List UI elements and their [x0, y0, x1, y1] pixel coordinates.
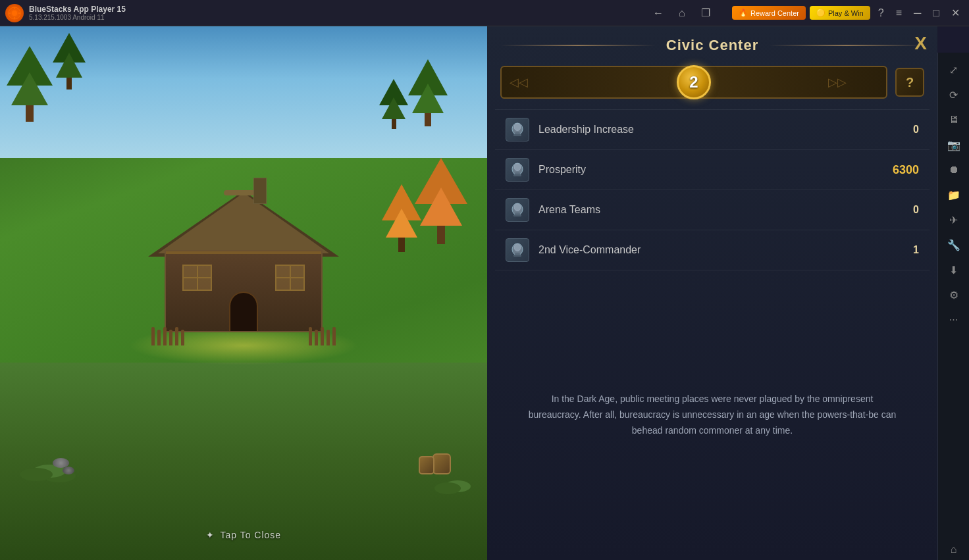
game-panel: Civic Center X ◁◁ 2 ▷▷ ? [487, 26, 937, 560]
sidebar-expand-icon[interactable]: ⤢ [942, 58, 966, 82]
tap-arrows-icon: ✦ [206, 530, 215, 540]
title-line-left [500, 45, 656, 46]
sidebar-home-icon[interactable]: ⌂ [942, 538, 966, 560]
tree-3 [408, 59, 448, 126]
window-left [182, 265, 212, 291]
svg-point-19 [514, 244, 521, 251]
description-area: In the Dark Age, public meeting places w… [487, 270, 937, 560]
sidebar-tools-icon[interactable]: 🔧 [942, 233, 966, 257]
leadership-label: Leadership Increase [538, 124, 893, 136]
panel-close-button[interactable]: X [914, 34, 927, 53]
building [145, 174, 342, 359]
sidebar-download-icon[interactable]: ⬇ [942, 258, 966, 282]
fence-right [309, 327, 336, 345]
barrel-2 [419, 456, 434, 474]
sidebar-camera-icon[interactable]: 📷 [942, 133, 966, 157]
vice-label: 2nd Vice-Commander [538, 244, 893, 256]
svg-rect-17 [513, 215, 521, 216]
chimney [253, 178, 267, 204]
panel-title: Civic Center [666, 37, 758, 54]
tap-to-close[interactable]: ✦ Tap To Close [206, 530, 281, 540]
title-bar: BlueStacks App Player 15 5.13.215.1003 A… [0, 0, 969, 26]
arena-label: Arena Teams [538, 204, 893, 216]
tree-4 [379, 79, 408, 129]
sidebar-flight-icon[interactable]: ✈ [942, 208, 966, 232]
level-arrow-right: ▷▷ [828, 75, 847, 89]
tree-group-left [7, 46, 53, 122]
level-badge: 2 [677, 65, 711, 99]
arena-icon [506, 198, 529, 222]
sidebar-rotate-icon[interactable]: ⟳ [942, 83, 966, 107]
vice-value: 1 [893, 244, 919, 256]
stat-row-prosperity: Prosperity 6300 [495, 150, 930, 190]
arena-value: 0 [893, 204, 919, 216]
window-buttons: 🔥 Reward Center 🟡 Play & Win ? ≡ ─ □ ✕ [732, 5, 964, 20]
help-button[interactable]: ? [895, 68, 924, 97]
stone-2 [63, 467, 74, 474]
svg-rect-9 [513, 134, 521, 136]
app-name: BlueStacks App Player 15 [29, 5, 645, 14]
back-button[interactable]: ← [650, 5, 666, 21]
door [229, 292, 258, 331]
reward-center-button[interactable]: 🔥 Reward Center [732, 6, 806, 20]
right-area: Civic Center X ◁◁ 2 ▷▷ ? [487, 26, 969, 560]
play-win-button[interactable]: 🟡 Play & Win [810, 6, 870, 20]
vice-icon [506, 238, 529, 262]
house-beam [166, 251, 321, 254]
maximize-button[interactable]: □ [929, 6, 943, 20]
svg-rect-21 [513, 255, 521, 257]
reward-fire-icon: 🔥 [739, 9, 748, 17]
sidebar-settings-icon[interactable]: ⚙ [942, 283, 966, 307]
app-info: BlueStacks App Player 15 5.13.215.1003 A… [29, 5, 645, 21]
level-area: ◁◁ 2 ▷▷ ? [487, 61, 937, 109]
bush-right [434, 482, 461, 494]
autumn-tree-2 [382, 184, 421, 252]
level-arrow-left: ◁◁ [510, 75, 528, 89]
panel-header: Civic Center X [487, 26, 937, 61]
app-logo [5, 4, 24, 22]
help-button[interactable]: ? [874, 6, 888, 20]
sidebar-record-icon[interactable]: ⏺ [942, 158, 966, 182]
bush-left [20, 468, 53, 481]
window-right [275, 265, 305, 291]
close-window-button[interactable]: ✕ [947, 5, 964, 20]
play-win-coin-icon: 🟡 [816, 9, 825, 17]
game-view[interactable]: ✦ Tap To Close [0, 26, 487, 560]
app-version: 5.13.215.1003 Android 11 [29, 14, 645, 21]
stat-row-leadership: Leadership Increase 0 [495, 109, 930, 150]
prosperity-label: Prosperity [538, 164, 893, 176]
svg-point-11 [514, 164, 521, 171]
barrel-1 [432, 453, 451, 474]
svg-point-1 [12, 11, 17, 16]
nav-buttons: ← ⌂ ❐ [650, 5, 714, 21]
level-track: ◁◁ 2 ▷▷ [500, 66, 887, 99]
svg-rect-13 [513, 174, 521, 176]
copy-button[interactable]: ❐ [698, 5, 714, 21]
prosperity-icon [506, 158, 529, 182]
stats-container: Leadership Increase 0 Prosperity 6 [487, 109, 937, 270]
description-text: In the Dark Age, public meeting places w… [528, 392, 897, 438]
tree-2 [53, 33, 86, 89]
fence [151, 327, 184, 345]
main-content: ✦ Tap To Close Civic Center X ◁◁ 2 [0, 26, 969, 560]
svg-point-15 [514, 204, 521, 211]
sidebar-folder-icon[interactable]: 📁 [942, 183, 966, 207]
prosperity-value: 6300 [893, 163, 919, 177]
autumn-tree [415, 158, 467, 244]
sidebar-more-icon[interactable]: ··· [942, 308, 966, 332]
roof-front [158, 193, 329, 253]
leadership-icon [506, 118, 529, 141]
house-body [165, 250, 323, 332]
sidebar-display-icon[interactable]: 🖥 [942, 108, 966, 132]
title-line-right [769, 45, 924, 46]
home-button[interactable]: ⌂ [674, 5, 690, 21]
right-sidebar: ⤢ ⟳ 🖥 📷 ⏺ 📁 ✈ 🔧 ⬇ ⚙ ··· ⌂ 🔊 [937, 53, 969, 560]
leadership-value: 0 [893, 124, 919, 136]
stat-row-arena: Arena Teams 0 [495, 190, 930, 230]
svg-point-7 [514, 124, 521, 131]
menu-button[interactable]: ≡ [892, 6, 906, 20]
question-icon: ? [906, 75, 914, 90]
minimize-button[interactable]: ─ [910, 6, 925, 20]
stat-row-vice: 2nd Vice-Commander 1 [495, 230, 930, 270]
